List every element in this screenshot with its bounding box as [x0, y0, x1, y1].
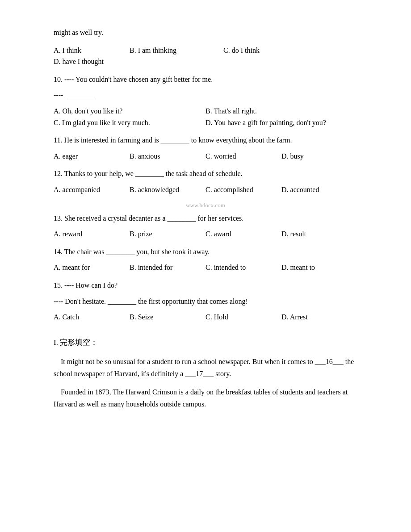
- q13-option-c: C. award: [206, 228, 277, 240]
- q11-option-a: A. eager: [54, 151, 125, 162]
- q11-text: 11. He is interested in farming and is _…: [54, 134, 357, 146]
- q15-option-c: C. Hold: [206, 311, 277, 323]
- q10-option-c: C. I'm glad you like it very much.: [54, 117, 201, 129]
- q13-text: 13. She received a crystal decanter as a…: [54, 213, 357, 224]
- main-content: might as well try. A. I think B. I am th…: [54, 27, 357, 411]
- q14-option-a: A. meant for: [54, 262, 125, 273]
- section-i-para1: It might not be so unusual for a student…: [54, 356, 357, 380]
- q12-text: 12. Thanks to your help, we ________ the…: [54, 168, 357, 180]
- q12-option-a: A. accompanied: [54, 184, 125, 196]
- section-i-para2: Founded in 1873, The Harward Crimson is …: [54, 386, 357, 410]
- q15-option-b: B. Seize: [130, 311, 201, 323]
- q15-text1: 15. ---- How can I do?: [54, 280, 357, 291]
- q15-option-d: D. Arrest: [281, 311, 353, 323]
- q10-option-d: D. You have a gift for painting, don't y…: [206, 117, 353, 129]
- q10-text: 10. ---- You couldn't have chosen any gi…: [54, 74, 357, 85]
- q15-options: A. Catch B. Seize C. Hold D. Arrest: [54, 311, 357, 323]
- q15-text2: ---- Don't hesitate. ________ the first …: [54, 296, 357, 307]
- q12-option-b: B. acknowledged: [130, 184, 201, 196]
- q14-option-c: C. intended to: [206, 262, 277, 273]
- q14-text: 14. The chair was ________ you, but she …: [54, 246, 357, 258]
- intro-line: might as well try.: [54, 27, 357, 38]
- q10-blank-line: ---- ________: [54, 89, 357, 101]
- q10-option-b: B. That's all right.: [206, 105, 353, 117]
- q11-option-d: D. busy: [281, 151, 353, 162]
- q12-options: A. accompanied B. acknowledged C. accomp…: [54, 184, 357, 196]
- section-i-header: I. 完形填空：: [54, 336, 357, 348]
- q14-option-d: D. meant to: [281, 262, 353, 273]
- q13-options: A. reward B. prize C. award D. result: [54, 228, 357, 240]
- q11-option-b: B. anxious: [130, 151, 201, 162]
- q10-option-a: A. Oh, don't you like it?: [54, 105, 201, 117]
- q13-option-d: D. result: [281, 228, 353, 240]
- q9-option-c: C. do I think: [223, 45, 295, 56]
- q12-option-d: D. accounted: [281, 184, 353, 196]
- q11-options: A. eager B. anxious C. worried D. busy: [54, 151, 357, 162]
- q9-options: A. I think B. I am thinking C. do I thin…: [54, 45, 357, 67]
- q11-option-c: C. worried: [206, 151, 277, 162]
- q12-option-c: C. accomplished: [206, 184, 277, 196]
- q14-option-b: B. intended for: [130, 262, 201, 273]
- q13-option-a: A. reward: [54, 228, 125, 240]
- q13-option-b: B. prize: [130, 228, 201, 240]
- q15-option-a: A. Catch: [54, 311, 125, 323]
- q9-option-d: D. have I thought: [54, 56, 125, 67]
- q10-options: A. Oh, don't you like it? B. That's all …: [54, 105, 357, 128]
- watermark: www.bdocx.com: [54, 202, 357, 209]
- q9-option-a: A. I think: [54, 45, 125, 56]
- q9-option-b: B. I am thinking: [130, 45, 219, 56]
- q14-options: A. meant for B. intended for C. intended…: [54, 262, 357, 273]
